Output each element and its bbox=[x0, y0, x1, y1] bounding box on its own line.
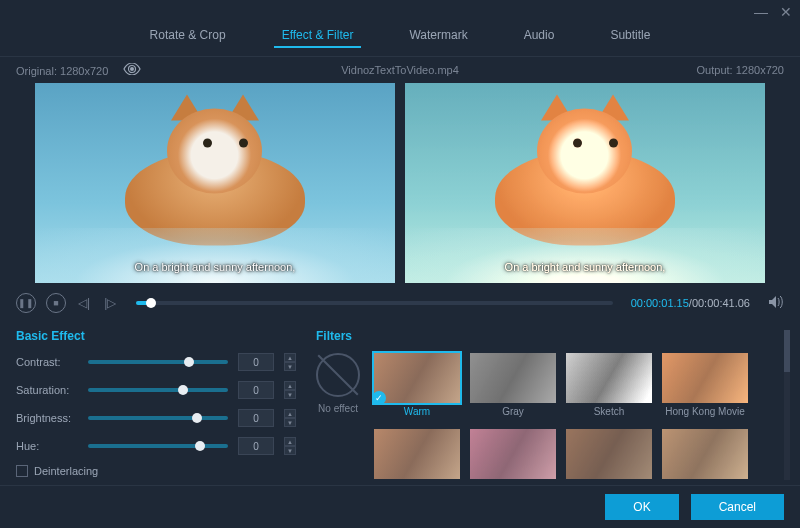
output-resolution: Output: 1280x720 bbox=[697, 64, 784, 76]
deinterlacing-label: Deinterlacing bbox=[34, 465, 98, 477]
spinner-up-icon[interactable]: ▲ bbox=[284, 409, 296, 418]
effect-value: 0 bbox=[238, 409, 274, 427]
effect-label: Saturation: bbox=[16, 384, 78, 396]
no-effect-button[interactable] bbox=[316, 353, 360, 397]
caption-text: On a bright and sunny afternoon, bbox=[405, 261, 765, 273]
spinner-down-icon[interactable]: ▼ bbox=[284, 362, 296, 371]
next-frame-button[interactable]: |▷ bbox=[102, 296, 118, 310]
svg-point-0 bbox=[130, 67, 134, 71]
timeline-slider[interactable] bbox=[136, 301, 612, 305]
stop-button[interactable]: ■ bbox=[46, 293, 66, 313]
effect-label: Contrast: bbox=[16, 356, 78, 368]
output-preview: On a bright and sunny afternoon, bbox=[405, 83, 765, 283]
effect-slider-2[interactable] bbox=[88, 416, 228, 420]
effect-slider-0[interactable] bbox=[88, 360, 228, 364]
filter-item-5[interactable] bbox=[470, 429, 556, 482]
effect-value: 0 bbox=[238, 353, 274, 371]
deinterlacing-checkbox[interactable] bbox=[16, 465, 28, 477]
filter-label: Gray bbox=[502, 406, 524, 417]
spinner-down-icon[interactable]: ▼ bbox=[284, 418, 296, 427]
original-resolution: Original: 1280x720 bbox=[16, 65, 108, 77]
spinner-down-icon[interactable]: ▼ bbox=[284, 446, 296, 455]
tab-subtitle[interactable]: Subtitle bbox=[602, 24, 658, 48]
prev-frame-button[interactable]: ◁| bbox=[76, 296, 92, 310]
ok-button[interactable]: OK bbox=[605, 494, 678, 520]
effect-slider-3[interactable] bbox=[88, 444, 228, 448]
volume-icon[interactable] bbox=[768, 295, 784, 312]
pause-button[interactable]: ❚❚ bbox=[16, 293, 36, 313]
panel-scrollbar[interactable] bbox=[784, 330, 790, 480]
spinner-up-icon[interactable]: ▲ bbox=[284, 353, 296, 362]
tab-rotate-crop[interactable]: Rotate & Crop bbox=[142, 24, 234, 48]
filter-item-Gray[interactable]: Gray bbox=[470, 353, 556, 417]
main-tabs: Rotate & Crop Effect & Filter Watermark … bbox=[0, 24, 800, 57]
tab-audio[interactable]: Audio bbox=[516, 24, 563, 48]
filter-item-Sketch[interactable]: Sketch bbox=[566, 353, 652, 417]
no-effect-label: No effect bbox=[318, 403, 358, 414]
cancel-button[interactable]: Cancel bbox=[691, 494, 784, 520]
original-preview: On a bright and sunny afternoon, bbox=[35, 83, 395, 283]
effect-slider-1[interactable] bbox=[88, 388, 228, 392]
effect-label: Hue: bbox=[16, 440, 78, 452]
caption-text: On a bright and sunny afternoon, bbox=[35, 261, 395, 273]
spinner-up-icon[interactable]: ▲ bbox=[284, 381, 296, 390]
eye-icon[interactable] bbox=[123, 65, 141, 77]
close-button[interactable]: ✕ bbox=[780, 4, 792, 20]
spinner-up-icon[interactable]: ▲ bbox=[284, 437, 296, 446]
filename: VidnozTextToVideo.mp4 bbox=[341, 64, 459, 76]
tab-watermark[interactable]: Watermark bbox=[401, 24, 475, 48]
effect-label: Brightness: bbox=[16, 412, 78, 424]
filter-label: Warm bbox=[404, 406, 430, 417]
filter-label: Sketch bbox=[594, 406, 625, 417]
filter-item-Hong Kong Movie[interactable]: Hong Kong Movie bbox=[662, 353, 748, 417]
check-icon: ✓ bbox=[372, 391, 386, 405]
spinner-down-icon[interactable]: ▼ bbox=[284, 390, 296, 399]
filter-item-4[interactable] bbox=[374, 429, 460, 482]
filters-title: Filters bbox=[316, 329, 784, 343]
filter-item-6[interactable] bbox=[566, 429, 652, 482]
minimize-button[interactable]: — bbox=[754, 4, 768, 20]
filter-label: Hong Kong Movie bbox=[665, 406, 745, 417]
tab-effect-filter[interactable]: Effect & Filter bbox=[274, 24, 362, 48]
filter-item-7[interactable] bbox=[662, 429, 748, 482]
basic-effect-title: Basic Effect bbox=[16, 329, 296, 343]
filter-item-Warm[interactable]: ✓Warm bbox=[374, 353, 460, 417]
effect-value: 0 bbox=[238, 437, 274, 455]
time-display: 00:00:01.15/00:00:41.06 bbox=[631, 297, 750, 309]
effect-value: 0 bbox=[238, 381, 274, 399]
